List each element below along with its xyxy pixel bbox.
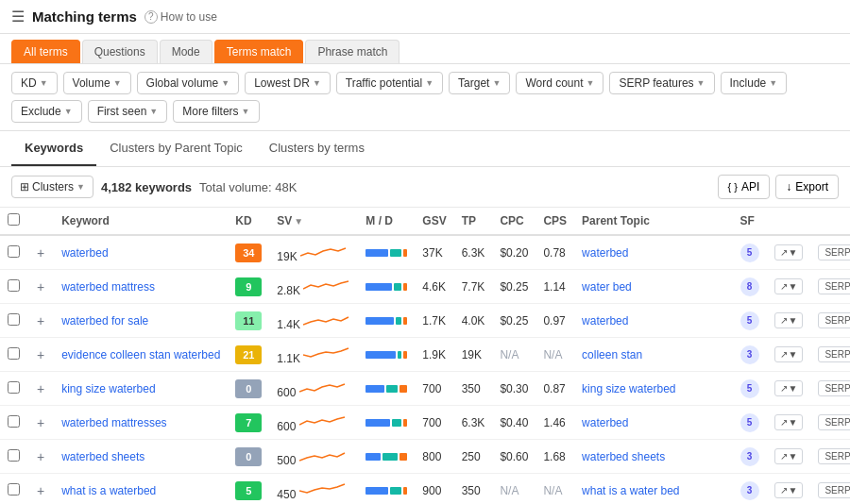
filter-target[interactable]: Target▼ [449, 72, 510, 94]
parent-topic-link[interactable]: waterbed sheets [582, 450, 665, 463]
tab-phrase-match[interactable]: Phrase match [305, 40, 400, 63]
filter-first-seen[interactable]: First seen▼ [88, 100, 168, 123]
api-button[interactable]: { } API [718, 175, 771, 199]
serp-button[interactable]: SERP ▼ [818, 312, 850, 328]
filter-volume[interactable]: Volume▼ [63, 72, 131, 94]
tab-terms-match[interactable]: Terms match [214, 40, 304, 63]
md-cell [358, 235, 415, 270]
keyword-link[interactable]: waterbed sheets [61, 450, 144, 463]
sf-badge: 5 [740, 244, 759, 262]
row-checkbox[interactable] [8, 279, 20, 292]
row-checkbox[interactable] [8, 313, 20, 326]
md-bar [366, 487, 407, 495]
cps-value: 1.14 [543, 280, 565, 294]
filter-kd[interactable]: KD▼ [11, 72, 58, 94]
parent-topic-link[interactable]: king size waterbed [582, 382, 675, 395]
filter-include[interactable]: Include▼ [721, 72, 788, 94]
md-bar [366, 283, 407, 291]
serp-button[interactable]: SERP ▼ [818, 448, 850, 464]
trend-button[interactable]: ↗ ▼ [774, 244, 804, 260]
trend-button[interactable]: ↗ ▼ [774, 448, 804, 464]
sf-cell: 5 [733, 406, 767, 440]
md-cell [358, 406, 415, 440]
clusters-button[interactable]: ⊞ Clusters ▼ [11, 176, 94, 198]
sub-tab-clusters-terms[interactable]: Clusters by terms [256, 131, 378, 166]
keyword-link[interactable]: evidence colleen stan waterbed [61, 348, 220, 361]
kd-badge: 0 [235, 447, 262, 466]
parent-topic-cell: king size waterbed [574, 372, 732, 406]
table-header-row: Keyword KD SV▼ M / D GSV TP CPC CPS Pare… [0, 208, 850, 235]
keyword-link[interactable]: king size waterbed [61, 382, 155, 395]
trend-button[interactable]: ↗ ▼ [774, 380, 804, 396]
bar-segment-teal [386, 385, 398, 393]
row-checkbox[interactable] [8, 381, 20, 394]
add-keyword-button[interactable]: + [35, 415, 46, 430]
serp-button[interactable]: SERP ▼ [818, 278, 850, 294]
add-keyword-button[interactable]: + [35, 381, 46, 396]
keyword-link[interactable]: waterbed [61, 246, 108, 260]
export-button[interactable]: ↓ Export [775, 175, 839, 199]
add-keyword-button[interactable]: + [35, 449, 46, 464]
add-keyword-button[interactable]: + [35, 313, 46, 328]
col-header-sv[interactable]: SV▼ [269, 208, 358, 235]
keyword-link[interactable]: waterbed mattresses [61, 416, 166, 429]
sub-tab-keywords[interactable]: Keywords [11, 131, 96, 166]
col-header-cpc: CPC [492, 208, 536, 235]
serp-button[interactable]: SERP ▼ [818, 482, 850, 498]
filter-word-count[interactable]: Word count▼ [516, 72, 604, 94]
add-keyword-button[interactable]: + [35, 347, 46, 362]
tab-mode[interactable]: Mode [160, 40, 212, 63]
row-checkbox[interactable] [8, 415, 20, 428]
serp-button[interactable]: SERP ▼ ● [818, 244, 850, 260]
help-icon: ? [144, 10, 158, 24]
add-keyword-button[interactable]: + [35, 245, 46, 260]
trend-button[interactable]: ↗ ▼ [774, 278, 804, 294]
cps-cell: 1.14 [536, 270, 574, 304]
sort-desc-icon: ▼ [294, 216, 303, 227]
filter-serp-features[interactable]: SERP features▼ [609, 72, 714, 94]
keyword-link[interactable]: what is a waterbed [61, 484, 156, 497]
kd-badge: 34 [235, 244, 262, 262]
cpc-value: N/A [500, 348, 518, 361]
serp-button[interactable]: SERP ▼ [818, 346, 850, 362]
trend-button[interactable]: ↗ ▼ [774, 414, 804, 430]
filter-more[interactable]: More filters▼ [173, 100, 259, 123]
parent-topic-link[interactable]: waterbed [582, 246, 628, 260]
select-all-checkbox[interactable] [8, 213, 20, 226]
trend-button[interactable]: ↗ ▼ [774, 482, 804, 498]
trend-button[interactable]: ↗ ▼ [774, 312, 804, 328]
parent-topic-link[interactable]: waterbed [582, 314, 628, 328]
row-checkbox[interactable] [8, 483, 20, 496]
keyword-link[interactable]: waterbed for sale [61, 314, 148, 328]
table-row: + waterbed sheets 0 500 800 250 $0.60 1.… [0, 440, 850, 474]
add-keyword-button[interactable]: + [35, 279, 46, 294]
how-to-link[interactable]: ? How to use [144, 10, 217, 24]
filter-lowest-dr[interactable]: Lowest DR▼ [245, 72, 331, 94]
trend-button[interactable]: ↗ ▼ [774, 346, 804, 362]
parent-topic-link[interactable]: waterbed [582, 416, 628, 429]
chevron-down-icon: ▼ [789, 247, 798, 258]
keyword-link[interactable]: waterbed mattress [61, 280, 155, 294]
filter-exclude[interactable]: Exclude▼ [11, 100, 82, 123]
row-checkbox[interactable] [8, 245, 20, 258]
parent-topic-link[interactable]: what is a water bed [582, 484, 679, 497]
menu-icon[interactable]: ☰ [11, 8, 25, 25]
add-keyword-button[interactable]: + [35, 483, 46, 498]
tab-all-terms[interactable]: All terms [11, 40, 80, 63]
row-checkbox[interactable] [8, 347, 20, 360]
keyword-cell: waterbed for sale [54, 304, 228, 338]
serp-button[interactable]: SERP ▼ [818, 414, 850, 430]
parent-topic-link[interactable]: water bed [582, 280, 632, 294]
kd-badge: 7 [235, 413, 262, 432]
serp-button[interactable]: SERP ▼ [818, 380, 850, 396]
bar-segment-teal [382, 453, 398, 461]
sv-value: 600 [277, 386, 296, 399]
parent-topic-cell: waterbed sheets [574, 440, 732, 474]
filter-global-volume[interactable]: Global volume▼ [137, 72, 240, 94]
filter-traffic-potential[interactable]: Traffic potential▼ [336, 72, 443, 94]
sub-tab-clusters-parent[interactable]: Clusters by Parent Topic [96, 131, 256, 166]
row-checkbox[interactable] [8, 449, 20, 462]
keywords-table: Keyword KD SV▼ M / D GSV TP CPC CPS Pare… [0, 208, 850, 504]
tab-questions[interactable]: Questions [82, 40, 158, 63]
parent-topic-link[interactable]: colleen stan [582, 348, 642, 361]
